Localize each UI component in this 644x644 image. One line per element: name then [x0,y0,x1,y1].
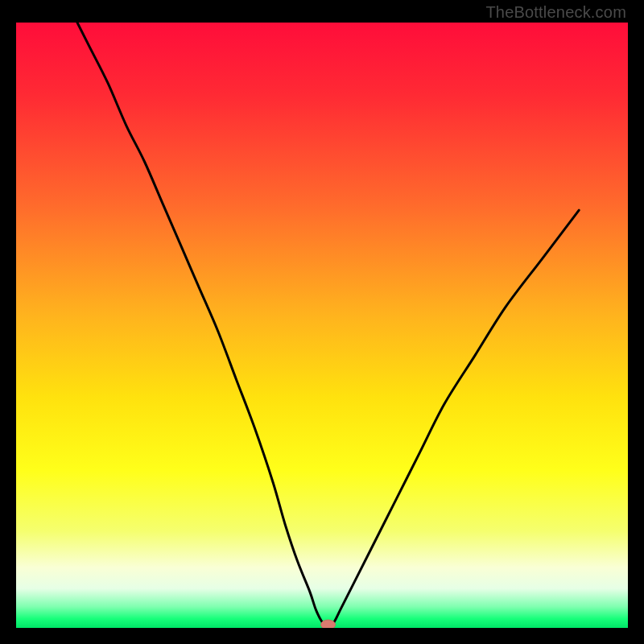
watermark-text: TheBottleneck.com [485,3,626,22]
gradient-background [16,23,628,628]
chart-frame: TheBottleneck.com [0,0,644,644]
plot-svg [16,23,628,628]
minimum-marker [321,620,336,628]
plot-area [16,23,628,628]
